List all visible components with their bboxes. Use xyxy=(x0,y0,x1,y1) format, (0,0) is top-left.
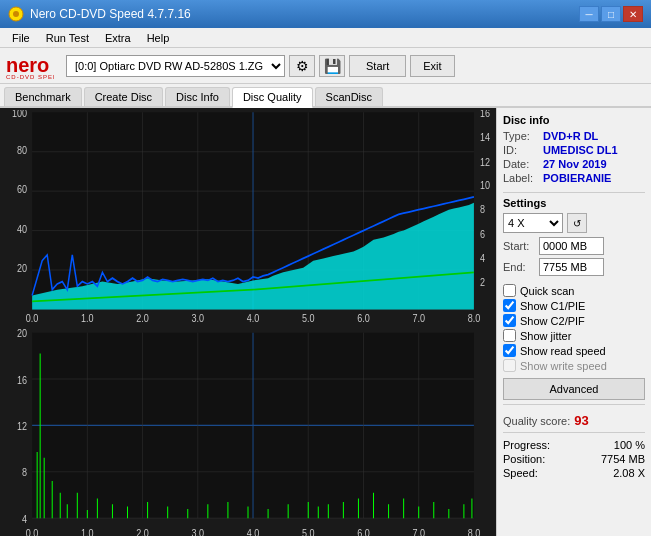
svg-text:16: 16 xyxy=(17,374,27,386)
id-label: ID: xyxy=(503,144,543,156)
start-button[interactable]: Start xyxy=(349,55,406,77)
quality-value: 93 xyxy=(574,413,588,428)
svg-text:40: 40 xyxy=(17,223,28,235)
id-value: UMEDISC DL1 xyxy=(543,144,618,156)
tab-disc-info[interactable]: Disc Info xyxy=(165,87,230,106)
svg-text:4: 4 xyxy=(480,252,486,264)
right-panel: Disc info Type: DVD+R DL ID: UMEDISC DL1… xyxy=(496,108,651,536)
divider-2 xyxy=(503,404,645,405)
position-row: Position: 7754 MB xyxy=(503,453,645,465)
show-jitter-row: Show jitter xyxy=(503,329,645,342)
tab-create-disc[interactable]: Create Disc xyxy=(84,87,163,106)
type-label: Type: xyxy=(503,130,543,142)
disc-type-row: Type: DVD+R DL xyxy=(503,130,645,142)
svg-text:3.0: 3.0 xyxy=(192,313,205,325)
titlebar-left: Nero CD-DVD Speed 4.7.7.16 xyxy=(8,6,191,22)
show-c1-pie-label: Show C1/PIE xyxy=(520,300,585,312)
svg-text:4.0: 4.0 xyxy=(247,527,260,536)
svg-text:20: 20 xyxy=(17,328,28,340)
svg-text:8: 8 xyxy=(22,467,27,479)
tab-benchmark[interactable]: Benchmark xyxy=(4,87,82,106)
progress-label: Progress: xyxy=(503,439,550,451)
minimize-button[interactable]: ─ xyxy=(579,6,599,22)
disc-info-title: Disc info xyxy=(503,114,645,126)
date-value: 27 Nov 2019 xyxy=(543,158,607,170)
tab-scan-disc[interactable]: ScanDisc xyxy=(315,87,383,106)
tab-disc-quality[interactable]: Disc Quality xyxy=(232,87,313,108)
svg-text:8: 8 xyxy=(480,204,485,216)
progress-section: Progress: 100 % Position: 7754 MB Speed:… xyxy=(503,439,645,479)
quick-scan-checkbox[interactable] xyxy=(503,284,516,297)
label-value: POBIERANIE xyxy=(543,172,611,184)
menubar: File Run Test Extra Help xyxy=(0,28,651,48)
quick-scan-row: Quick scan xyxy=(503,284,645,297)
menu-extra[interactable]: Extra xyxy=(97,30,139,46)
menu-file[interactable]: File xyxy=(4,30,38,46)
exit-button[interactable]: Exit xyxy=(410,55,454,77)
svg-text:3.0: 3.0 xyxy=(192,527,205,536)
show-c2-row: Show C2/PIF xyxy=(503,314,645,327)
type-value: DVD+R DL xyxy=(543,130,598,142)
start-input[interactable] xyxy=(539,237,604,255)
end-row: End: xyxy=(503,258,645,276)
svg-text:5.0: 5.0 xyxy=(302,527,315,536)
checkboxes-section: Quick scan Show C1/PIE Show C2/PIF Show … xyxy=(503,284,645,372)
app-icon xyxy=(8,6,24,22)
svg-text:20: 20 xyxy=(17,263,28,275)
svg-point-1 xyxy=(13,11,19,17)
svg-text:nero: nero xyxy=(6,54,49,76)
svg-text:10: 10 xyxy=(480,179,491,191)
progress-value: 100 % xyxy=(614,439,645,451)
show-c2-pif-label: Show C2/PIF xyxy=(520,315,585,327)
svg-text:14: 14 xyxy=(480,132,491,144)
svg-text:5.0: 5.0 xyxy=(302,313,315,325)
maximize-button[interactable]: □ xyxy=(601,6,621,22)
svg-text:0.0: 0.0 xyxy=(26,313,39,325)
show-write-speed-row: Show write speed xyxy=(503,359,645,372)
svg-text:2: 2 xyxy=(480,277,485,289)
quality-row: Quality score: 93 xyxy=(503,413,645,428)
svg-text:CD-DVD SPEED: CD-DVD SPEED xyxy=(6,74,54,80)
show-write-speed-checkbox[interactable] xyxy=(503,359,516,372)
settings-refresh-btn[interactable]: ↺ xyxy=(567,213,587,233)
end-input[interactable] xyxy=(539,258,604,276)
svg-text:4.0: 4.0 xyxy=(247,313,260,325)
settings-icon-btn[interactable]: ⚙ xyxy=(289,55,315,77)
svg-text:1.0: 1.0 xyxy=(81,527,94,536)
settings-section: Settings 4 X 8 X Max ↺ Start: End: xyxy=(503,197,645,276)
disc-id-row: ID: UMEDISC DL1 xyxy=(503,144,645,156)
date-label: Date: xyxy=(503,158,543,170)
progress-row: Progress: 100 % xyxy=(503,439,645,451)
svg-text:100: 100 xyxy=(12,110,28,119)
settings-title: Settings xyxy=(503,197,645,209)
show-read-speed-label: Show read speed xyxy=(520,345,606,357)
label-label: Label: xyxy=(503,172,543,184)
start-label: Start: xyxy=(503,240,535,252)
titlebar-controls: ─ □ ✕ xyxy=(579,6,643,22)
show-write-speed-label: Show write speed xyxy=(520,360,607,372)
svg-text:2.0: 2.0 xyxy=(136,527,149,536)
close-button[interactable]: ✕ xyxy=(623,6,643,22)
menu-run-test[interactable]: Run Test xyxy=(38,30,97,46)
disc-date-row: Date: 27 Nov 2019 xyxy=(503,158,645,170)
titlebar-title: Nero CD-DVD Speed 4.7.7.16 xyxy=(30,7,191,21)
speed-row-progress: Speed: 2.08 X xyxy=(503,467,645,479)
speed-row: 4 X 8 X Max ↺ xyxy=(503,213,645,233)
speed-selector[interactable]: 4 X 8 X Max xyxy=(503,213,563,233)
drive-selector[interactable]: [0:0] Optiarc DVD RW AD-5280S 1.ZG xyxy=(66,55,285,77)
svg-text:6: 6 xyxy=(480,228,485,240)
show-jitter-checkbox[interactable] xyxy=(503,329,516,342)
show-c1-pie-checkbox[interactable] xyxy=(503,299,516,312)
start-row: Start: xyxy=(503,237,645,255)
position-value: 7754 MB xyxy=(601,453,645,465)
show-c2-pif-checkbox[interactable] xyxy=(503,314,516,327)
svg-text:7.0: 7.0 xyxy=(412,313,425,325)
svg-text:6.0: 6.0 xyxy=(357,527,370,536)
menu-help[interactable]: Help xyxy=(139,30,178,46)
quick-scan-label: Quick scan xyxy=(520,285,574,297)
save-icon-btn[interactable]: 💾 xyxy=(319,55,345,77)
svg-text:12: 12 xyxy=(17,420,27,432)
svg-text:12: 12 xyxy=(480,156,490,168)
show-read-speed-checkbox[interactable] xyxy=(503,344,516,357)
advanced-button[interactable]: Advanced xyxy=(503,378,645,400)
